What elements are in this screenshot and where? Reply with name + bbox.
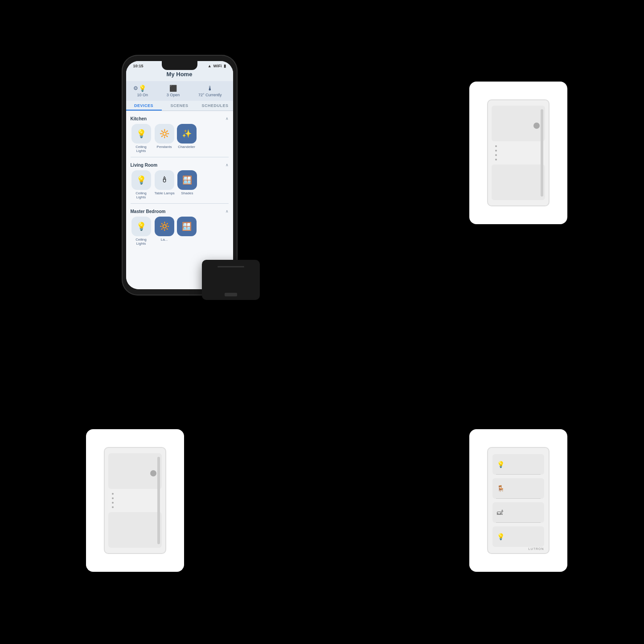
dot-2 (495, 150, 497, 152)
device-label: La... (161, 238, 168, 242)
scene-4-icon: 💡 (497, 533, 505, 540)
product-scene: 10:15 ▲ WiFi ▮ ⚙ My Home 💡 10 On (77, 55, 567, 590)
shades-device-icon: 🪟 (177, 170, 197, 190)
scene-controller: 💡 🪑 🛋 💡 LUTRON (469, 429, 567, 572)
dot-3 (495, 154, 497, 156)
room-living-room: Living Room ∧ 💡 Ceiling Lights 🕯 Table L… (126, 157, 233, 203)
dimmer-slider-thumb[interactable] (533, 123, 540, 129)
phone-notch (162, 61, 197, 70)
room-kitchen-name: Kitchen (131, 116, 147, 121)
scene-2-icon: 🪑 (497, 485, 505, 492)
room-master-bedroom: Master Bedroom ∧ 💡 Ceiling Lights 🔆 La..… (126, 204, 233, 250)
shades-icon: ⬛ (169, 85, 177, 92)
list-item[interactable]: 🪟 (177, 217, 197, 246)
dot-1 (495, 145, 497, 147)
dimmer-slider-thumb-2[interactable] (150, 470, 156, 476)
summary-bar: 💡 10 On ⬛ 3 Open 🌡 72° Currently (126, 81, 233, 101)
scene-button-2[interactable]: 🪑 (492, 478, 544, 499)
room-kitchen: Kitchen ∧ 💡 Ceiling Lights 🔆 Pendants (126, 111, 233, 157)
pendants-icon: 🔆 (155, 124, 174, 144)
chandelier-icon: ✨ (177, 124, 197, 144)
tab-scenes[interactable]: SCENES (162, 101, 197, 111)
list-item[interactable]: 🪟 Shades (177, 170, 197, 200)
list-item[interactable]: 💡 Ceiling Lights (131, 124, 152, 153)
dot-3 (112, 502, 114, 504)
mb-shades-icon: 🪟 (177, 217, 197, 236)
dimmer-indicator-dots-2 (112, 493, 114, 508)
lutron-brand-label: LUTRON (529, 547, 544, 550)
hub-body (202, 260, 260, 300)
master-bedroom-devices: 💡 Ceiling Lights 🔆 La... 🪟 (131, 217, 229, 250)
dimmer-slider-track-2 (157, 457, 160, 544)
phone: 10:15 ▲ WiFi ▮ ⚙ My Home 💡 10 On (122, 55, 238, 295)
room-living-room-name: Living Room (131, 163, 158, 168)
kitchen-chevron[interactable]: ∧ (226, 116, 229, 121)
list-item[interactable]: ✨ Chandelier (177, 124, 197, 153)
smart-hub (202, 260, 260, 300)
dimmer-body-2 (104, 447, 166, 554)
app-title: My Home (126, 71, 233, 78)
battery-icon: ▮ (224, 64, 226, 68)
tab-schedules[interactable]: SCHEDULES (197, 101, 233, 111)
settings-icon[interactable]: ⚙ (133, 85, 138, 91)
dimmer-indicator-dots (495, 145, 497, 160)
kitchen-devices: 💡 Ceiling Lights 🔆 Pendants ✨ Chandelier (131, 124, 229, 157)
list-item[interactable]: 💡 Ceiling Lights (131, 170, 152, 200)
hub-led (217, 266, 244, 267)
table-lamps-icon: 🕯 (155, 170, 174, 190)
scene-1-icon: 💡 (497, 461, 505, 468)
divider (496, 498, 541, 499)
device-label: Table Lamps (155, 191, 175, 196)
dot-4 (495, 159, 497, 160)
phone-screen: 10:15 ▲ WiFi ▮ ⚙ My Home 💡 10 On (126, 61, 233, 289)
device-label: Shades (181, 191, 193, 196)
temp-value: 72° Currently (198, 93, 222, 97)
device-label: Ceiling Lights (131, 145, 152, 153)
summary-shades[interactable]: ⬛ 3 Open (167, 85, 180, 97)
lr-ceiling-lights-icon: 💡 (131, 170, 151, 190)
mb-lamps-icon: 🔆 (155, 217, 174, 236)
hub-port (225, 293, 237, 296)
summary-lights[interactable]: 💡 10 On (137, 85, 148, 97)
dimmer-bottom-button-2[interactable] (108, 512, 162, 548)
divider (496, 522, 541, 523)
dimmer-switch-top-right (469, 82, 567, 224)
scene-button-1[interactable]: 💡 (492, 454, 544, 475)
dimmer-body (487, 99, 550, 206)
device-label: Pendants (157, 145, 172, 149)
list-item[interactable]: 🔆 La... (155, 217, 174, 246)
signal-icon: ▲ (208, 64, 212, 68)
dot-2 (112, 497, 114, 499)
room-master-bedroom-name: Master Bedroom (131, 209, 166, 214)
dimmer-switch-bottom-left (86, 429, 184, 572)
temp-icon: 🌡 (207, 85, 213, 92)
divider (496, 474, 541, 475)
scene-button-3[interactable]: 🛋 (492, 502, 544, 523)
dimmer-slider-track (541, 109, 543, 197)
summary-temp[interactable]: 🌡 72° Currently (198, 85, 222, 97)
list-item[interactable]: 💡 Ceiling Lights (131, 217, 152, 246)
list-item[interactable]: 🕯 Table Lamps (155, 170, 175, 200)
app-header: ⚙ My Home (126, 69, 233, 81)
scene-controller-body: 💡 🪑 🛋 💡 LUTRON (487, 447, 550, 554)
wifi-icon: WiFi (213, 64, 222, 68)
ceiling-lights-icon: 💡 (131, 124, 151, 144)
tab-bar: DEVICES SCENES SCHEDULES (126, 101, 233, 111)
dot-4 (112, 506, 114, 508)
tab-devices[interactable]: DEVICES (126, 101, 162, 111)
lights-count: 10 On (137, 93, 148, 97)
device-label: Chandelier (178, 145, 195, 149)
lights-icon: 💡 (139, 85, 146, 92)
device-label: Ceiling Lights (131, 191, 152, 200)
dimmer-bottom-button[interactable] (492, 164, 545, 200)
scene-button-4[interactable]: 💡 (492, 526, 544, 547)
mb-ceiling-lights-icon: 💡 (131, 217, 151, 236)
dot-1 (112, 493, 114, 495)
shades-count: 3 Open (167, 93, 180, 97)
living-room-chevron[interactable]: ∧ (226, 163, 229, 167)
living-room-devices: 💡 Ceiling Lights 🕯 Table Lamps 🪟 Shades (131, 170, 229, 203)
device-label: Ceiling Lights (131, 238, 152, 246)
status-time: 10:15 (133, 64, 144, 68)
master-bedroom-chevron[interactable]: ∧ (226, 209, 229, 213)
list-item[interactable]: 🔆 Pendants (155, 124, 174, 153)
